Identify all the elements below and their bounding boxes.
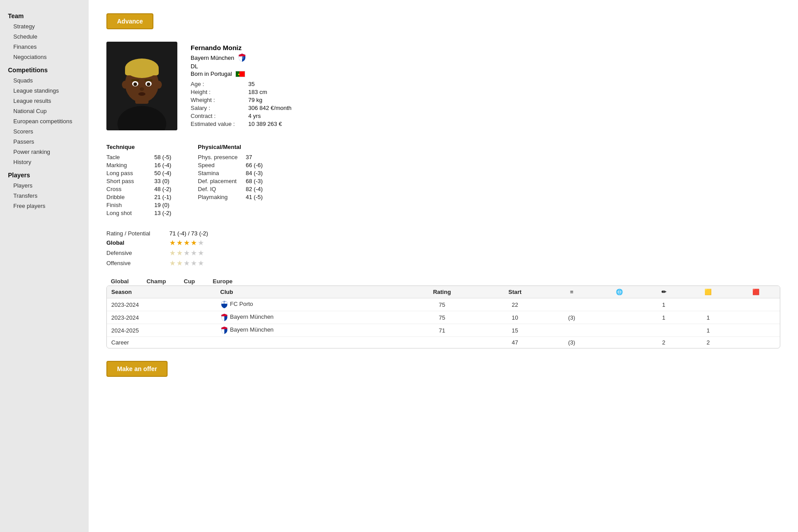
stat-marking: Marking 16 (-4)	[106, 162, 171, 168]
weight-label: Wheight :	[191, 97, 248, 103]
defensive-stars: ★ ★ ★ ★ ★	[169, 249, 204, 257]
cell-red	[732, 298, 780, 311]
stats-tabs: Global Champ Cup Europe	[106, 278, 780, 285]
sidebar-item-history[interactable]: History	[0, 157, 89, 167]
cell-red	[732, 337, 780, 348]
cell-sub: (3)	[548, 337, 595, 348]
cell-pencil: 1	[643, 298, 685, 311]
player-position: DL	[191, 63, 780, 70]
cell-yellow: 1	[685, 311, 732, 324]
sidebar-item-negociations[interactable]: Negociations	[0, 52, 89, 62]
make-offer-button[interactable]: Make an offer	[106, 361, 168, 377]
cell-sub	[548, 324, 595, 337]
svg-point-15	[138, 92, 145, 96]
stat-tacle: Tacle 58 (-5)	[106, 154, 171, 160]
sidebar-item-strategy[interactable]: Strategy	[0, 21, 89, 31]
sidebar-item-european-competitions[interactable]: European competitions	[0, 116, 89, 126]
tab-europe[interactable]: Europe	[213, 278, 233, 285]
cell-rating: 71	[402, 324, 482, 337]
tab-champ[interactable]: Champ	[146, 278, 166, 285]
table-row[interactable]: 2023-2024 FC Porto 75 22 1	[107, 298, 780, 311]
sidebar-item-finances[interactable]: Finances	[0, 42, 89, 52]
cell-club: FC Porto	[216, 298, 402, 311]
sidebar-section-competitions: Competitions	[0, 62, 89, 75]
stats-table-wrapper: Season Club Rating Start ≡ 🌐 ✏ 🟨 🟥 2023-…	[106, 286, 780, 348]
stat-short-pass: Short pass 33 (0)	[106, 178, 171, 184]
sidebar-item-passers[interactable]: Passers	[0, 137, 89, 147]
sidebar-item-players[interactable]: Players	[0, 180, 89, 191]
estimated-value: 10 389 263 €	[248, 121, 780, 127]
player-club-row: Bayern München	[191, 53, 780, 62]
svg-point-10	[133, 82, 137, 86]
cell-pencil	[643, 324, 685, 337]
def-star-1: ★	[169, 249, 176, 257]
cell-globe	[595, 298, 643, 311]
svg-point-11	[147, 82, 150, 86]
global-stars: ★ ★ ★ ★ ★	[169, 239, 204, 247]
cell-club: Bayern München	[216, 311, 402, 324]
stat-def-placement: Def. placement 68 (-3)	[198, 178, 262, 184]
stat-playmaking: Playmaking 41 (-5)	[198, 194, 262, 200]
cell-start: 15	[482, 324, 548, 337]
off-star-5: ★	[198, 259, 204, 267]
svg-point-7	[156, 81, 162, 89]
cell-club: Bayern München	[216, 324, 402, 337]
salary-value: 306 842 €/month	[248, 105, 780, 111]
cell-yellow	[685, 298, 732, 311]
table-row[interactable]: 2024-2025 Bayern München 71 15 1	[107, 324, 780, 337]
sidebar-item-league-results[interactable]: League results	[0, 96, 89, 106]
sidebar-section-players: Players	[0, 167, 89, 180]
th-red: 🟥	[732, 286, 780, 298]
svg-rect-5	[125, 67, 159, 75]
th-sub: ≡	[548, 286, 595, 298]
table-row[interactable]: Career 47 (3) 2 2	[107, 337, 780, 348]
height-label: Height :	[191, 89, 248, 95]
th-globe: 🌐	[595, 286, 643, 298]
sidebar-item-power-ranking[interactable]: Power ranking	[0, 147, 89, 157]
offensive-label: Offensive	[106, 260, 164, 266]
stat-cross: Cross 48 (-2)	[106, 186, 171, 192]
age-value: 35	[248, 81, 780, 87]
physical-title: Physical/Mental	[198, 144, 262, 150]
star-4: ★	[191, 239, 197, 247]
sidebar-item-squads[interactable]: Squads	[0, 75, 89, 86]
sidebar-item-national-cup[interactable]: National Cup	[0, 106, 89, 116]
player-name: Fernando Moniz	[191, 44, 780, 51]
defensive-rating-row: Defensive ★ ★ ★ ★ ★	[106, 249, 780, 257]
cell-season: 2023-2024	[107, 311, 216, 324]
stat-dribble: Dribble 21 (-1)	[106, 194, 171, 200]
club-shield-icon	[238, 53, 246, 62]
tab-global[interactable]: Global	[111, 278, 129, 285]
cell-season: 2024-2025	[107, 324, 216, 337]
star-3: ★	[184, 239, 190, 247]
cell-season: 2023-2024	[107, 298, 216, 311]
player-info: Fernando Moniz Bayern München DL Born in…	[191, 42, 780, 130]
sidebar-item-schedule[interactable]: Schedule	[0, 31, 89, 42]
advance-button[interactable]: Advance	[106, 13, 153, 29]
weight-value: 79 kg	[248, 97, 780, 103]
svg-rect-12	[131, 79, 139, 81]
cell-start: 10	[482, 311, 548, 324]
cell-globe	[595, 324, 643, 337]
player-profile: Fernando Moniz Bayern München DL Born in…	[106, 42, 780, 130]
sidebar-item-scorers[interactable]: Scorers	[0, 126, 89, 137]
tab-cup[interactable]: Cup	[184, 278, 195, 285]
table-row[interactable]: 2023-2024 Bayern München 75 10 (3) 1 1	[107, 311, 780, 324]
cell-pencil: 1	[643, 311, 685, 324]
offensive-stars: ★ ★ ★ ★ ★	[169, 259, 204, 267]
sidebar-item-free-players[interactable]: Free players	[0, 201, 89, 211]
player-nationality: Born in Portugal	[191, 70, 232, 77]
th-season: Season	[107, 286, 216, 298]
cell-globe	[595, 311, 643, 324]
svg-rect-13	[145, 79, 153, 81]
sidebar-item-league-standings[interactable]: League standings	[0, 86, 89, 96]
cell-rating: 75	[402, 311, 482, 324]
contract-label: Contract :	[191, 113, 248, 119]
sidebar-item-transfers[interactable]: Transfers	[0, 191, 89, 201]
cell-red	[732, 324, 780, 337]
stat-phys-presence: Phys. presence 37	[198, 154, 262, 160]
player-club: Bayern München	[191, 55, 234, 61]
cell-globe	[595, 337, 643, 348]
def-star-5: ★	[198, 249, 204, 257]
th-pencil: ✏	[643, 286, 685, 298]
